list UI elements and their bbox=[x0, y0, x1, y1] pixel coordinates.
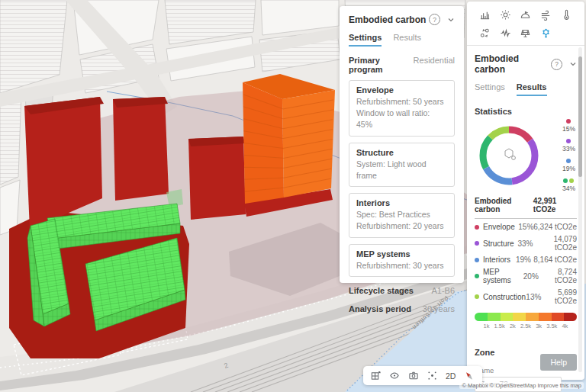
breakdown-row-construction: Construction 13% 5,699 tCO2e bbox=[475, 288, 577, 305]
scale-tick: 1.5k bbox=[493, 323, 506, 329]
scale-cell bbox=[539, 313, 552, 321]
plan-view-icon[interactable] bbox=[371, 371, 381, 381]
mep-systems-card[interactable]: MEP systems Refurbishment: 30 years bbox=[349, 244, 455, 277]
breakdown-row-mep-systems: MEP systems 20% 8,724 tCO2e bbox=[475, 268, 577, 284]
area-metrics-icon[interactable] bbox=[476, 8, 493, 21]
legend-entry: 19% bbox=[562, 159, 575, 172]
legend-dot bbox=[566, 159, 571, 163]
analysis-period-value[interactable]: 30 years bbox=[423, 304, 455, 313]
structure-card[interactable]: Structure System: Light wood frame bbox=[349, 143, 455, 187]
legend-entry: 33% bbox=[562, 139, 575, 153]
scale-cell bbox=[564, 313, 577, 321]
wind-icon[interactable] bbox=[538, 8, 555, 21]
scrollbar-thumb[interactable] bbox=[578, 56, 582, 177]
tab-settings[interactable]: Settings bbox=[349, 33, 382, 47]
building-red-2[interactable] bbox=[113, 97, 169, 201]
panel-scrollbar[interactable] bbox=[578, 47, 582, 372]
help-button[interactable]: Help bbox=[540, 354, 577, 371]
statistics-label: Statistics bbox=[475, 107, 577, 116]
analysis-toolbar bbox=[467, 2, 584, 46]
scale-cell bbox=[475, 313, 488, 321]
scale-cell bbox=[526, 313, 539, 321]
interiors-card[interactable]: Interiors Spec: Best Practices Refurbish… bbox=[349, 193, 455, 237]
legend-dot bbox=[566, 139, 571, 143]
visibility-icon[interactable] bbox=[389, 371, 400, 381]
scale-tick: 2.5k bbox=[519, 323, 532, 329]
category-dot bbox=[475, 258, 479, 262]
scale-cell bbox=[552, 313, 565, 321]
scale-tick: 3.5k bbox=[546, 323, 559, 329]
legend-entry: 15% bbox=[562, 119, 575, 133]
lifecycle-stages-value[interactable]: A1-B6 bbox=[431, 286, 455, 295]
legend-dot bbox=[563, 178, 568, 183]
compass-icon[interactable] bbox=[464, 371, 475, 381]
scale-cell bbox=[513, 313, 526, 321]
embodied-carbon-donut-chart bbox=[475, 121, 543, 190]
solar-energy-icon[interactable] bbox=[517, 27, 534, 40]
tab-results[interactable]: Results bbox=[517, 82, 547, 96]
primary-program-label: Primary program bbox=[349, 56, 414, 74]
legend-dot bbox=[569, 178, 574, 183]
category-dot bbox=[475, 274, 479, 278]
panel-title: Embodied carbon bbox=[349, 14, 426, 25]
sun-hours-icon[interactable] bbox=[497, 8, 514, 21]
breakdown-row-envelope: Envelope 15% 6,324 tCO2e bbox=[475, 223, 577, 231]
heat-scale-ticks: 1k1.5k2k2.5k3k3.5k4k bbox=[475, 323, 577, 329]
envelope-card[interactable]: Envelope Refurbishment: 50 years Window … bbox=[349, 80, 455, 137]
noise-icon[interactable] bbox=[497, 27, 514, 40]
breakdown-row-structure: Structure 33% 14,079 tCO2e bbox=[475, 235, 577, 252]
legend-dot bbox=[566, 119, 571, 124]
category-dot bbox=[475, 294, 479, 299]
embodied-carbon-results-panel: Embodied carbon ? Settings Results Stati… bbox=[467, 2, 584, 380]
co2-molecule-icon bbox=[505, 149, 515, 159]
primary-program-value[interactable]: Residential bbox=[414, 56, 455, 65]
embodied-carbon-settings-panel: Embodied carbon ? Settings Results Prima… bbox=[340, 6, 464, 283]
results-panel-tabs: Settings Results bbox=[475, 82, 577, 96]
heat-scale-bar bbox=[475, 313, 577, 321]
chevron-down-icon[interactable] bbox=[569, 60, 577, 68]
building-orange-tower[interactable] bbox=[243, 74, 335, 217]
legend-entry: 34% bbox=[562, 178, 575, 192]
scale-cell bbox=[501, 313, 514, 321]
total-value: 42,991 tCO2e bbox=[533, 197, 577, 214]
temperature-icon[interactable] bbox=[559, 8, 575, 21]
microclimate-icon[interactable] bbox=[476, 27, 493, 40]
camera-icon[interactable] bbox=[408, 371, 419, 381]
focus-selection-icon[interactable] bbox=[427, 371, 437, 381]
category-dot bbox=[475, 241, 479, 246]
breakdown-row-interiors: Interiors 19% 8,164 tCO2e bbox=[475, 255, 577, 264]
app-window: 2 Port de Suffren bbox=[0, 0, 586, 392]
settings-panel-tabs: Settings Results bbox=[349, 33, 455, 47]
category-dot bbox=[475, 225, 479, 230]
tab-results[interactable]: Results bbox=[393, 33, 421, 47]
chevron-down-icon[interactable] bbox=[447, 16, 455, 24]
lifecycle-stages-label: Lifecycle stages bbox=[349, 286, 414, 295]
donut-legend: 15% 33% 19% 34% bbox=[562, 119, 575, 192]
analysis-period-label: Analysis period bbox=[349, 304, 411, 313]
scale-tick: 4k bbox=[559, 323, 572, 329]
daylight-icon[interactable] bbox=[517, 8, 534, 21]
tab-settings[interactable]: Settings bbox=[475, 82, 505, 96]
scale-tick: 3k bbox=[533, 323, 546, 329]
scale-tick: 1k bbox=[480, 323, 493, 329]
embodied-carbon-total-row: Embodied carbon 42,991 tCO2e bbox=[475, 197, 577, 219]
building-red-3[interactable] bbox=[188, 137, 246, 220]
2d-view-button[interactable]: 2D bbox=[446, 371, 456, 381]
map-attribution[interactable]: © Mapbox © OpenStreetMap Improve this ma… bbox=[459, 382, 584, 389]
help-icon[interactable]: ? bbox=[429, 14, 440, 25]
help-icon[interactable]: ? bbox=[551, 59, 562, 70]
scale-cell bbox=[488, 313, 501, 321]
panel-title: Embodied carbon bbox=[475, 53, 551, 75]
scale-tick: 2k bbox=[506, 323, 519, 329]
embodied-carbon-icon[interactable] bbox=[538, 27, 555, 40]
